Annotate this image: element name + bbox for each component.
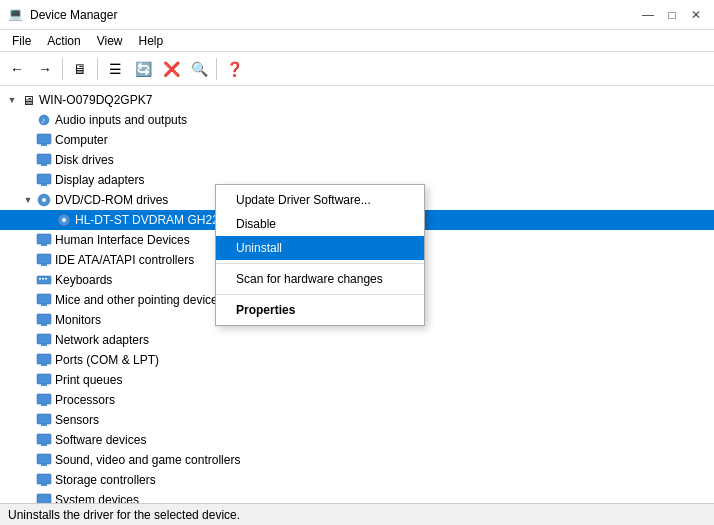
context-menu-separator bbox=[216, 294, 424, 295]
context-menu-item-uninstall[interactable]: Uninstall bbox=[216, 236, 424, 260]
expand-icon bbox=[20, 432, 36, 448]
menu-file[interactable]: File bbox=[4, 32, 39, 50]
device-icon bbox=[36, 252, 52, 268]
expand-icon bbox=[20, 392, 36, 408]
expand-icon bbox=[20, 332, 36, 348]
device-label: Sound, video and game controllers bbox=[55, 453, 240, 467]
device-icon bbox=[36, 372, 52, 388]
expand-icon bbox=[20, 152, 36, 168]
menu-bar: File Action View Help bbox=[0, 30, 714, 52]
expand-icon bbox=[20, 452, 36, 468]
device-label: Processors bbox=[55, 393, 115, 407]
toolbar-computer-button[interactable]: 🖥 bbox=[67, 56, 93, 82]
svg-rect-18 bbox=[42, 278, 44, 280]
svg-text:♪: ♪ bbox=[41, 116, 45, 125]
device-label: Print queues bbox=[55, 373, 122, 387]
expand-icon bbox=[20, 352, 36, 368]
svg-rect-2 bbox=[37, 134, 51, 144]
device-tree[interactable]: ▼ 🖥 WIN-O079DQ2GPK7 ♪Audio inputs and ou… bbox=[0, 86, 714, 503]
device-icon bbox=[36, 152, 52, 168]
svg-rect-7 bbox=[41, 184, 47, 186]
context-menu-item-disable[interactable]: Disable bbox=[216, 212, 424, 236]
tree-item[interactable]: Processors bbox=[0, 390, 714, 410]
close-button[interactable]: ✕ bbox=[686, 5, 706, 25]
expand-icon bbox=[20, 312, 36, 328]
toolbar-sep-2 bbox=[97, 58, 98, 80]
toolbar-properties-button[interactable]: ☰ bbox=[102, 56, 128, 82]
device-icon bbox=[36, 312, 52, 328]
tree-item[interactable]: Sensors bbox=[0, 410, 714, 430]
app-title: Device Manager bbox=[30, 8, 117, 22]
device-label: Mice and other pointing devices bbox=[55, 293, 224, 307]
svg-rect-24 bbox=[37, 334, 51, 344]
device-label: DVD/CD-ROM drives bbox=[55, 193, 168, 207]
context-menu-item-properties[interactable]: Properties bbox=[216, 298, 424, 322]
device-label: Audio inputs and outputs bbox=[55, 113, 187, 127]
svg-rect-29 bbox=[41, 384, 47, 386]
menu-action[interactable]: Action bbox=[39, 32, 88, 50]
device-icon: ♪ bbox=[36, 112, 52, 128]
window-controls: — □ ✕ bbox=[638, 5, 706, 25]
toolbar-scan-button[interactable]: 🔍 bbox=[186, 56, 212, 82]
svg-rect-32 bbox=[37, 414, 51, 424]
menu-view[interactable]: View bbox=[89, 32, 131, 50]
expand-icon bbox=[20, 252, 36, 268]
device-label: IDE ATA/ATAPI controllers bbox=[55, 253, 194, 267]
menu-help[interactable]: Help bbox=[131, 32, 172, 50]
svg-rect-17 bbox=[39, 278, 41, 280]
minimize-button[interactable]: — bbox=[638, 5, 658, 25]
device-label: Network adapters bbox=[55, 333, 149, 347]
device-icon bbox=[36, 472, 52, 488]
tree-root[interactable]: ▼ 🖥 WIN-O079DQ2GPK7 bbox=[0, 90, 714, 110]
svg-rect-15 bbox=[41, 264, 47, 266]
toolbar-help-button[interactable]: ❓ bbox=[221, 56, 247, 82]
toolbar-back-button[interactable]: ← bbox=[4, 56, 30, 82]
tree-item[interactable]: Computer bbox=[0, 130, 714, 150]
svg-rect-40 bbox=[37, 494, 51, 503]
device-icon bbox=[56, 212, 72, 228]
expand-icon bbox=[20, 132, 36, 148]
tree-item[interactable]: Storage controllers bbox=[0, 470, 714, 490]
toolbar-forward-button[interactable]: → bbox=[32, 56, 58, 82]
toolbar-sep-1 bbox=[62, 58, 63, 80]
device-icon bbox=[36, 452, 52, 468]
tree-item[interactable]: Sound, video and game controllers bbox=[0, 450, 714, 470]
context-menu-item-update-driver[interactable]: Update Driver Software... bbox=[216, 188, 424, 212]
svg-rect-6 bbox=[37, 174, 51, 184]
tree-item[interactable]: Disk drives bbox=[0, 150, 714, 170]
tree-item[interactable]: System devices bbox=[0, 490, 714, 503]
device-label: Computer bbox=[55, 133, 108, 147]
svg-rect-27 bbox=[41, 364, 47, 366]
toolbar: ← → 🖥 ☰ 🔄 ❌ 🔍 ❓ bbox=[0, 52, 714, 86]
root-expand-icon: ▼ bbox=[4, 92, 20, 108]
toolbar-update-button[interactable]: 🔄 bbox=[130, 56, 156, 82]
device-label: Keyboards bbox=[55, 273, 112, 287]
svg-rect-5 bbox=[41, 164, 47, 166]
tree-item[interactable]: Print queues bbox=[0, 370, 714, 390]
tree-item[interactable]: Software devices bbox=[0, 430, 714, 450]
maximize-button[interactable]: □ bbox=[662, 5, 682, 25]
device-icon bbox=[36, 172, 52, 188]
tree-item[interactable]: ♪Audio inputs and outputs bbox=[0, 110, 714, 130]
svg-point-11 bbox=[62, 218, 66, 222]
svg-rect-38 bbox=[37, 474, 51, 484]
svg-rect-21 bbox=[41, 304, 47, 306]
device-label: Software devices bbox=[55, 433, 146, 447]
toolbar-uninstall-button[interactable]: ❌ bbox=[158, 56, 184, 82]
status-text: Uninstalls the driver for the selected d… bbox=[8, 508, 240, 522]
tree-item[interactable]: Network adapters bbox=[0, 330, 714, 350]
context-menu-item-scan[interactable]: Scan for hardware changes bbox=[216, 267, 424, 291]
expand-icon bbox=[20, 292, 36, 308]
device-label: Ports (COM & LPT) bbox=[55, 353, 159, 367]
expand-icon bbox=[20, 172, 36, 188]
device-icon bbox=[36, 132, 52, 148]
device-icon bbox=[36, 332, 52, 348]
svg-rect-35 bbox=[41, 444, 47, 446]
device-label: Storage controllers bbox=[55, 473, 156, 487]
expand-icon bbox=[20, 372, 36, 388]
title-bar: 💻 Device Manager — □ ✕ bbox=[0, 0, 714, 30]
main-content: ▼ 🖥 WIN-O079DQ2GPK7 ♪Audio inputs and ou… bbox=[0, 86, 714, 503]
tree-item[interactable]: Ports (COM & LPT) bbox=[0, 350, 714, 370]
root-label: WIN-O079DQ2GPK7 bbox=[39, 93, 152, 107]
svg-rect-28 bbox=[37, 374, 51, 384]
